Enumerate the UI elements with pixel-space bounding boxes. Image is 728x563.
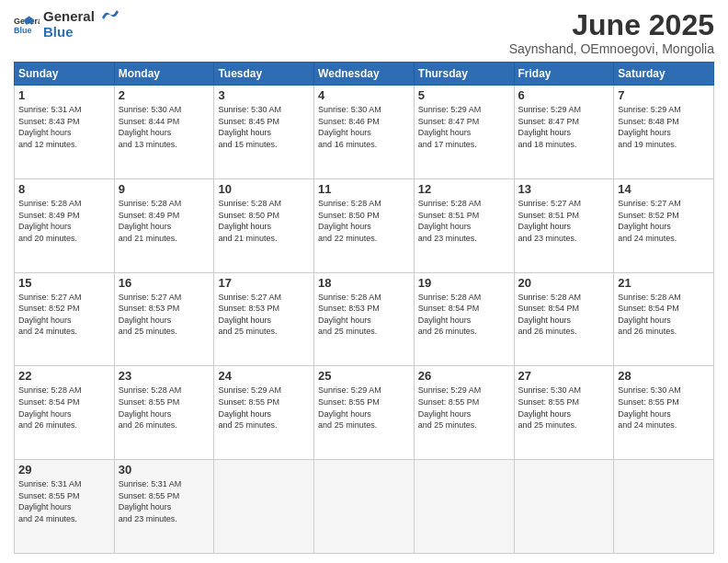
page: General Blue General Blue June 2025 Sayn… [0, 0, 728, 563]
day-number: 20 [518, 276, 610, 290]
day-number: 29 [18, 463, 110, 477]
table-row [214, 460, 314, 554]
day-info: Sunrise: 5:31 AM Sunset: 8:55 PM Dayligh… [119, 478, 210, 524]
day-info: Sunrise: 5:29 AM Sunset: 8:47 PM Dayligh… [418, 104, 510, 150]
day-number: 12 [418, 182, 510, 196]
day-number: 30 [119, 463, 210, 477]
table-row [414, 460, 514, 554]
day-info: Sunrise: 5:27 AM Sunset: 8:53 PM Dayligh… [218, 292, 310, 338]
calendar-week-3: 15 Sunrise: 5:27 AM Sunset: 8:52 PM Dayl… [15, 272, 714, 366]
day-number: 23 [119, 369, 210, 383]
day-info: Sunrise: 5:28 AM Sunset: 8:50 PM Dayligh… [218, 198, 310, 244]
col-sunday: Sunday [15, 63, 115, 86]
table-row: 8 Sunrise: 5:28 AM Sunset: 8:49 PM Dayli… [15, 178, 115, 272]
day-info: Sunrise: 5:28 AM Sunset: 8:54 PM Dayligh… [18, 385, 110, 431]
table-row: 13 Sunrise: 5:27 AM Sunset: 8:51 PM Dayl… [514, 178, 614, 272]
table-row [314, 460, 415, 554]
day-number: 18 [318, 276, 410, 290]
day-info: Sunrise: 5:28 AM Sunset: 8:49 PM Dayligh… [18, 198, 110, 244]
col-monday: Monday [114, 63, 214, 86]
title-section: June 2025 Saynshand, OEmnoegovi, Mongoli… [509, 9, 714, 56]
col-friday: Friday [514, 63, 614, 86]
day-number: 26 [418, 369, 510, 383]
day-number: 3 [218, 88, 310, 102]
day-number: 21 [618, 276, 710, 290]
logo: General Blue General Blue [14, 9, 120, 40]
day-info: Sunrise: 5:28 AM Sunset: 8:55 PM Dayligh… [119, 385, 210, 431]
day-info: Sunrise: 5:28 AM Sunset: 8:54 PM Dayligh… [618, 292, 710, 338]
table-row: 23 Sunrise: 5:28 AM Sunset: 8:55 PM Dayl… [114, 366, 214, 460]
logo-blue: Blue [43, 25, 95, 40]
calendar-week-2: 8 Sunrise: 5:28 AM Sunset: 8:49 PM Dayli… [15, 178, 714, 272]
day-number: 4 [318, 88, 410, 102]
calendar-table: Sunday Monday Tuesday Wednesday Thursday… [14, 62, 714, 554]
day-number: 8 [18, 182, 110, 196]
day-number: 14 [618, 182, 710, 196]
col-wednesday: Wednesday [314, 63, 415, 86]
day-number: 1 [18, 88, 110, 102]
day-info: Sunrise: 5:30 AM Sunset: 8:46 PM Dayligh… [318, 104, 410, 150]
day-number: 19 [418, 276, 510, 290]
table-row: 7 Sunrise: 5:29 AM Sunset: 8:48 PM Dayli… [614, 86, 714, 179]
table-row: 5 Sunrise: 5:29 AM Sunset: 8:47 PM Dayli… [414, 86, 514, 179]
day-info: Sunrise: 5:27 AM Sunset: 8:53 PM Dayligh… [119, 292, 210, 338]
day-info: Sunrise: 5:30 AM Sunset: 8:55 PM Dayligh… [618, 385, 710, 431]
month-title: June 2025 [509, 9, 714, 41]
day-number: 28 [618, 369, 710, 383]
table-row: 17 Sunrise: 5:27 AM Sunset: 8:53 PM Dayl… [214, 272, 314, 366]
day-number: 6 [518, 88, 610, 102]
header-row: Sunday Monday Tuesday Wednesday Thursday… [15, 63, 714, 86]
col-tuesday: Tuesday [214, 63, 314, 86]
header: General Blue General Blue June 2025 Sayn… [14, 9, 714, 56]
day-number: 10 [218, 182, 310, 196]
table-row: 12 Sunrise: 5:28 AM Sunset: 8:51 PM Dayl… [414, 178, 514, 272]
svg-text:Blue: Blue [14, 26, 32, 35]
table-row: 14 Sunrise: 5:27 AM Sunset: 8:52 PM Dayl… [614, 178, 714, 272]
col-thursday: Thursday [414, 63, 514, 86]
day-number: 24 [218, 369, 310, 383]
day-info: Sunrise: 5:31 AM Sunset: 8:43 PM Dayligh… [18, 104, 110, 150]
table-row: 16 Sunrise: 5:27 AM Sunset: 8:53 PM Dayl… [114, 272, 214, 366]
day-info: Sunrise: 5:29 AM Sunset: 8:47 PM Dayligh… [518, 104, 610, 150]
table-row: 1 Sunrise: 5:31 AM Sunset: 8:43 PM Dayli… [15, 86, 115, 179]
table-row: 3 Sunrise: 5:30 AM Sunset: 8:45 PM Dayli… [214, 86, 314, 179]
table-row: 26 Sunrise: 5:29 AM Sunset: 8:55 PM Dayl… [414, 366, 514, 460]
day-info: Sunrise: 5:27 AM Sunset: 8:51 PM Dayligh… [518, 198, 610, 244]
day-number: 16 [119, 276, 210, 290]
day-info: Sunrise: 5:30 AM Sunset: 8:55 PM Dayligh… [518, 385, 610, 431]
day-info: Sunrise: 5:28 AM Sunset: 8:50 PM Dayligh… [318, 198, 410, 244]
day-info: Sunrise: 5:29 AM Sunset: 8:55 PM Dayligh… [418, 385, 510, 431]
day-number: 9 [119, 182, 210, 196]
calendar-week-5: 29 Sunrise: 5:31 AM Sunset: 8:55 PM Dayl… [15, 460, 714, 554]
table-row: 25 Sunrise: 5:29 AM Sunset: 8:55 PM Dayl… [314, 366, 415, 460]
day-info: Sunrise: 5:29 AM Sunset: 8:55 PM Dayligh… [318, 385, 410, 431]
day-info: Sunrise: 5:28 AM Sunset: 8:49 PM Dayligh… [119, 198, 210, 244]
day-number: 7 [618, 88, 710, 102]
day-number: 5 [418, 88, 510, 102]
table-row [514, 460, 614, 554]
calendar-week-4: 22 Sunrise: 5:28 AM Sunset: 8:54 PM Dayl… [15, 366, 714, 460]
table-row: 18 Sunrise: 5:28 AM Sunset: 8:53 PM Dayl… [314, 272, 415, 366]
day-info: Sunrise: 5:30 AM Sunset: 8:44 PM Dayligh… [119, 104, 210, 150]
table-row: 10 Sunrise: 5:28 AM Sunset: 8:50 PM Dayl… [214, 178, 314, 272]
day-number: 15 [18, 276, 110, 290]
table-row: 15 Sunrise: 5:27 AM Sunset: 8:52 PM Dayl… [15, 272, 115, 366]
day-info: Sunrise: 5:30 AM Sunset: 8:45 PM Dayligh… [218, 104, 310, 150]
day-info: Sunrise: 5:29 AM Sunset: 8:48 PM Dayligh… [618, 104, 710, 150]
day-number: 25 [318, 369, 410, 383]
table-row: 24 Sunrise: 5:29 AM Sunset: 8:55 PM Dayl… [214, 366, 314, 460]
table-row: 6 Sunrise: 5:29 AM Sunset: 8:47 PM Dayli… [514, 86, 614, 179]
table-row: 11 Sunrise: 5:28 AM Sunset: 8:50 PM Dayl… [314, 178, 415, 272]
day-number: 13 [518, 182, 610, 196]
day-number: 27 [518, 369, 610, 383]
day-info: Sunrise: 5:28 AM Sunset: 8:54 PM Dayligh… [518, 292, 610, 338]
logo-icon: General Blue [14, 15, 40, 35]
table-row: 2 Sunrise: 5:30 AM Sunset: 8:44 PM Dayli… [114, 86, 214, 179]
day-number: 11 [318, 182, 410, 196]
table-row: 19 Sunrise: 5:28 AM Sunset: 8:54 PM Dayl… [414, 272, 514, 366]
table-row: 9 Sunrise: 5:28 AM Sunset: 8:49 PM Dayli… [114, 178, 214, 272]
calendar-week-1: 1 Sunrise: 5:31 AM Sunset: 8:43 PM Dayli… [15, 86, 714, 179]
day-info: Sunrise: 5:31 AM Sunset: 8:55 PM Dayligh… [18, 478, 110, 524]
table-row: 22 Sunrise: 5:28 AM Sunset: 8:54 PM Dayl… [15, 366, 115, 460]
table-row: 27 Sunrise: 5:30 AM Sunset: 8:55 PM Dayl… [514, 366, 614, 460]
